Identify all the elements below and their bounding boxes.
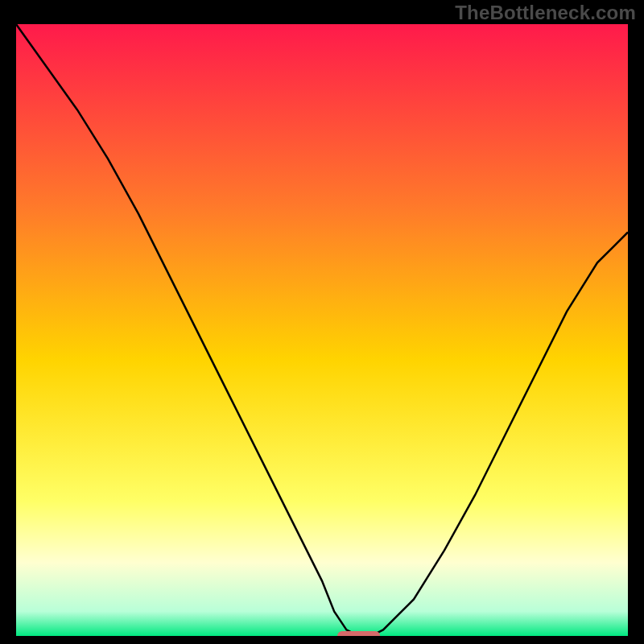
chart-frame: TheBottleneck.com — [0, 0, 644, 644]
chart-svg — [16, 24, 628, 636]
optimal-marker — [337, 631, 380, 636]
watermark-text: TheBottleneck.com — [455, 2, 636, 24]
gradient-background — [16, 24, 628, 636]
plot-area — [16, 24, 628, 636]
